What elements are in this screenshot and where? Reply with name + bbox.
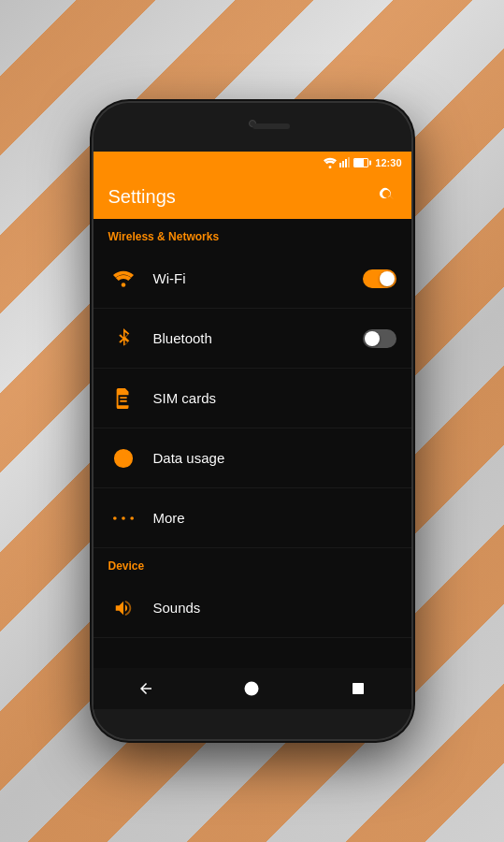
wifi-status-icon	[324, 156, 337, 169]
wifi-toggle-thumb	[380, 271, 395, 286]
sim-label: SIM cards	[153, 390, 396, 406]
home-button[interactable]	[233, 670, 270, 707]
wifi-icon	[108, 264, 138, 294]
status-bar: 12:30	[94, 152, 411, 174]
search-button[interactable]	[378, 185, 396, 209]
app-bar-title: Settings	[108, 186, 176, 208]
bluetooth-toggle[interactable]	[363, 329, 396, 348]
sounds-icon	[108, 593, 138, 623]
bluetooth-label: Bluetooth	[153, 330, 363, 346]
svg-rect-2	[342, 161, 344, 167]
recents-button[interactable]	[339, 670, 377, 707]
wifi-toggle[interactable]	[363, 269, 396, 288]
svg-point-8	[122, 516, 125, 520]
section-header-device: Device	[94, 548, 411, 578]
settings-item-more[interactable]: More	[94, 488, 411, 548]
sounds-label: Sounds	[153, 600, 396, 616]
bluetooth-icon	[108, 324, 138, 354]
nav-bar	[94, 668, 411, 709]
settings-item-bluetooth[interactable]: Bluetooth	[94, 309, 411, 369]
settings-content: Wireless & networks Wi-Fi	[94, 219, 411, 668]
settings-item-wifi[interactable]: Wi-Fi	[94, 249, 411, 309]
section-header-wireless: Wireless & networks	[94, 219, 411, 249]
svg-rect-1	[339, 163, 341, 167]
svg-rect-11	[353, 683, 364, 694]
phone-bottom-bezel	[94, 709, 411, 739]
wifi-label: Wi-Fi	[153, 270, 363, 286]
back-button[interactable]	[127, 670, 165, 707]
svg-point-5	[121, 283, 125, 287]
bluetooth-toggle-thumb	[365, 331, 380, 346]
data-usage-label: Data usage	[153, 450, 396, 466]
more-label: More	[153, 510, 396, 526]
status-icons: 12:30	[324, 156, 401, 169]
svg-point-10	[245, 682, 259, 696]
settings-item-data[interactable]: Data usage	[94, 428, 411, 488]
data-usage-icon	[108, 443, 138, 473]
settings-item-sounds[interactable]: Sounds	[94, 578, 411, 638]
signal-icon	[339, 156, 351, 169]
svg-rect-4	[348, 157, 350, 167]
battery-icon	[353, 158, 368, 167]
sim-icon	[108, 384, 138, 414]
app-bar: Settings	[94, 174, 411, 219]
phone-shell: 12:30 Settings Wireless & networks	[94, 103, 411, 739]
status-time: 12:30	[375, 157, 401, 168]
phone-top-bezel	[94, 103, 411, 152]
phone-screen: 12:30 Settings Wireless & networks	[94, 152, 411, 709]
settings-item-sim[interactable]: SIM cards	[94, 369, 411, 428]
svg-point-7	[113, 516, 117, 520]
svg-point-9	[130, 516, 134, 520]
more-icon	[108, 503, 138, 533]
svg-point-0	[329, 166, 332, 168]
earpiece-speaker	[252, 123, 290, 129]
svg-rect-3	[345, 159, 347, 167]
